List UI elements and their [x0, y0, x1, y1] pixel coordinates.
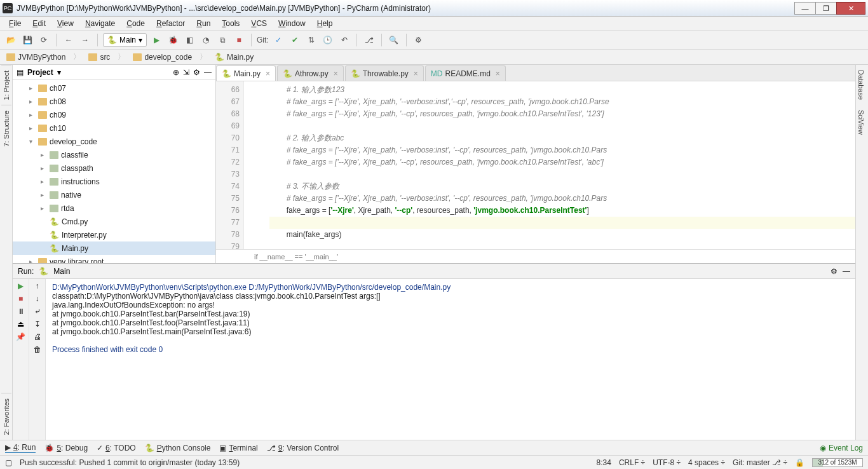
menu-vcs[interactable]: VCS [246, 18, 272, 29]
tree-node[interactable]: ▸classpath [13, 161, 215, 175]
close-button[interactable]: ✕ [836, 2, 865, 15]
down-icon[interactable]: ↓ [36, 294, 39, 303]
stop-button[interactable]: ■ [232, 33, 246, 47]
close-tab-icon[interactable]: × [334, 69, 338, 78]
git-branch-icon[interactable]: ⎇ [362, 33, 376, 47]
project-tree[interactable]: ▸ch07▸ch08▸ch09▸ch10▾develop_code▸classf… [13, 80, 215, 263]
menu-code[interactable]: Code [121, 18, 150, 29]
tool-window-toggle-icon[interactable]: ▢ [5, 458, 12, 467]
bottom-tab[interactable]: ✓6: TODO [97, 444, 136, 452]
favorites-tool-tab[interactable]: 2: Favorites [1, 393, 11, 440]
lock-icon[interactable]: 🔒 [795, 458, 804, 467]
editor-tab[interactable]: MDREADME.md× [425, 65, 506, 81]
close-tab-icon[interactable]: × [266, 69, 270, 78]
menu-navigate[interactable]: Navigate [80, 18, 120, 29]
close-tab-icon[interactable]: × [414, 69, 418, 78]
tree-node[interactable]: ▸rtda [13, 201, 215, 215]
project-tool-tab[interactable]: 1: Project [1, 65, 11, 105]
git-history-icon[interactable]: 🕒 [321, 33, 335, 47]
menu-window[interactable]: Window [273, 18, 311, 29]
sciview-tool-tab[interactable]: SciView [856, 105, 866, 140]
console-output[interactable]: D:\MyPythonWork\JVMByPython\venv\Scripts… [46, 279, 855, 440]
editor-tab[interactable]: 🐍Athrow.py× [277, 65, 344, 81]
refresh-icon[interactable]: ⟳ [37, 33, 51, 47]
breadcrumb-item[interactable]: develop_code [130, 53, 194, 62]
scroll-icon[interactable]: ↧ [34, 320, 41, 329]
up-icon[interactable]: ↑ [36, 282, 39, 290]
forward-icon[interactable]: → [78, 33, 92, 47]
exit-icon[interactable]: ⏏ [17, 320, 24, 329]
breadcrumb-item[interactable]: src [86, 53, 112, 62]
pin-icon[interactable]: 📌 [16, 332, 25, 341]
structure-tool-tab[interactable]: 7: Structure [1, 105, 11, 152]
tree-node[interactable]: ▸classfile [13, 148, 215, 161]
menu-tools[interactable]: Tools [217, 18, 245, 29]
print-icon[interactable]: 🖨 [34, 332, 41, 341]
bottom-tab[interactable]: ▣Terminal [219, 444, 257, 452]
hide-icon[interactable]: — [204, 68, 212, 77]
profile-button[interactable]: ◔ [199, 33, 213, 47]
wrap-icon[interactable]: ⤶ [34, 307, 41, 316]
file-encoding[interactable]: UTF-8 ÷ [653, 458, 681, 467]
menu-edit[interactable]: Edit [27, 18, 51, 29]
tree-node[interactable]: ▸native [13, 188, 215, 201]
editor-tab[interactable]: 🐍Main.py× [216, 65, 276, 81]
bottom-tab[interactable]: 🐍Python Console [145, 444, 211, 452]
gear-icon[interactable]: ⚙ [831, 267, 837, 276]
code-editor[interactable]: # 1. 输入参数123 # fake_args = ['--Xjre', Xj… [244, 81, 855, 249]
save-icon[interactable]: 💾 [20, 33, 34, 47]
tree-node[interactable]: 🐍Cmd.py [13, 215, 215, 228]
git-revert-icon[interactable]: ↶ [337, 33, 351, 47]
tree-node[interactable]: ▸ch07 [13, 81, 215, 95]
breadcrumb-item[interactable]: 🐍Main.py [212, 53, 256, 62]
menu-run[interactable]: Run [191, 18, 215, 29]
minimize-button[interactable]: — [794, 2, 816, 15]
git-update-icon[interactable]: ✓ [271, 33, 285, 47]
tree-node[interactable]: 🐍Interpreter.py [13, 228, 215, 241]
tree-node[interactable]: ▾develop_code [13, 135, 215, 148]
line-separator[interactable]: CRLF ÷ [619, 458, 645, 467]
bottom-tab[interactable]: ⎇9: Version Control [267, 444, 339, 452]
tree-node[interactable]: ▸venv library root [13, 255, 215, 263]
menu-refactor[interactable]: Refactor [151, 18, 190, 29]
bottom-tab[interactable]: ▶4: Run [5, 443, 36, 453]
tree-node[interactable]: ▸ch08 [13, 95, 215, 108]
tree-node[interactable]: ▸ch10 [13, 121, 215, 135]
menu-help[interactable]: Help [312, 18, 338, 29]
menu-file[interactable]: File [4, 18, 26, 29]
chevron-down-icon[interactable]: ▾ [57, 68, 61, 77]
breadcrumb-item[interactable]: JVMByPython [4, 53, 68, 62]
debug-button[interactable]: 🐞 [166, 33, 180, 47]
git-compare-icon[interactable]: ⇅ [304, 33, 318, 47]
search-icon[interactable]: 🔍 [387, 33, 401, 47]
open-icon[interactable]: 📂 [4, 33, 18, 47]
menu-view[interactable]: View [52, 18, 79, 29]
run-button[interactable]: ▶ [149, 33, 163, 47]
gear-icon[interactable]: ⊕ [173, 68, 179, 77]
git-branch[interactable]: Git: master ⎇ ÷ [733, 458, 787, 467]
settings-icon[interactable]: ⚙ [412, 33, 426, 47]
gear-icon[interactable]: ⚙ [193, 68, 200, 77]
coverage-button[interactable]: ◧ [182, 33, 196, 47]
git-commit-icon[interactable]: ✔ [288, 33, 302, 47]
event-log-button[interactable]: ◉Event Log [820, 444, 863, 452]
collapse-icon[interactable]: ⇲ [183, 68, 189, 77]
maximize-button[interactable]: ❐ [815, 2, 837, 15]
run-config-selector[interactable]: 🐍 Main ▾ [103, 33, 147, 47]
back-icon[interactable]: ← [62, 33, 76, 47]
database-tool-tab[interactable]: Database [856, 65, 866, 105]
close-tab-icon[interactable]: × [496, 69, 500, 78]
hide-icon[interactable]: — [843, 267, 850, 276]
pause-icon[interactable]: ⏸ [17, 307, 25, 316]
tree-node[interactable]: ▸instructions [13, 175, 215, 188]
tree-node[interactable]: ▸ch09 [13, 108, 215, 121]
memory-indicator[interactable]: 312 of 1523M [812, 458, 863, 467]
stop-icon[interactable]: ■ [18, 294, 23, 303]
rerun-icon[interactable]: ▶ [18, 282, 24, 290]
editor-tab[interactable]: 🐍Throwable.py× [345, 65, 424, 81]
indent-setting[interactable]: 4 spaces ÷ [688, 458, 725, 467]
tree-node[interactable]: 🐍Main.py [13, 241, 215, 255]
code-breadcrumb[interactable]: if __name__ == '__main__' [216, 249, 855, 263]
caret-position[interactable]: 8:34 [597, 458, 611, 467]
bottom-tab[interactable]: 🐞5: Debug [44, 444, 88, 452]
